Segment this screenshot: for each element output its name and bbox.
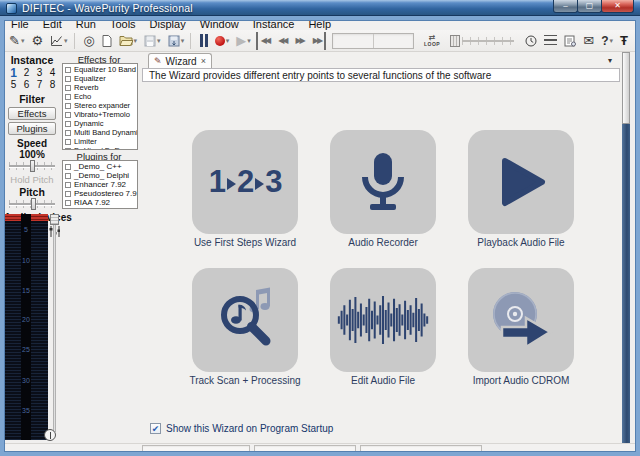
cd-button[interactable]: ◎: [81, 32, 96, 50]
settings-button[interactable]: ⚙: [29, 32, 45, 50]
scrollbar-thumb[interactable]: [622, 52, 630, 124]
checkbox[interactable]: [65, 85, 71, 91]
channel-bars-button[interactable]: [198, 32, 210, 50]
tab-wizard[interactable]: ✎ Wizard ×: [148, 53, 212, 68]
list-item[interactable]: Stereo expander: [65, 101, 137, 110]
skip-start-button[interactable]: ◀◀: [256, 32, 272, 50]
plugins-button[interactable]: Plugins: [8, 122, 56, 135]
meter-reset-knob[interactable]: [44, 429, 56, 441]
new-document-button[interactable]: [100, 32, 114, 50]
list-item[interactable]: RIAA 7.92: [65, 198, 137, 207]
instance-5[interactable]: 5: [7, 79, 20, 91]
hold-pitch-label: Hold Pitch: [4, 174, 60, 185]
checkbox[interactable]: [65, 191, 71, 197]
notes-button[interactable]: [562, 32, 578, 50]
checkbox[interactable]: [65, 173, 71, 179]
open-file-button[interactable]: ▾: [117, 32, 140, 50]
instance-3[interactable]: 3: [33, 67, 46, 79]
slider-thumb[interactable]: [450, 35, 460, 47]
instance-7[interactable]: 7: [33, 79, 46, 91]
instance-2[interactable]: 2: [20, 67, 33, 79]
checkbox[interactable]: [65, 112, 71, 118]
minimize-button[interactable]: –: [553, 0, 578, 13]
checkbox[interactable]: [65, 182, 71, 188]
checkbox[interactable]: [65, 103, 71, 109]
show-wizard-checkbox[interactable]: ✔: [150, 423, 161, 434]
track-scan-tile[interactable]: [192, 268, 298, 372]
list-item[interactable]: Echo: [65, 92, 137, 101]
checkbox[interactable]: [65, 121, 71, 127]
instance-8[interactable]: 8: [46, 79, 59, 91]
play-button[interactable]: ▶▾: [234, 32, 253, 50]
instance-1[interactable]: 1: [7, 67, 20, 79]
meter-gain-slider[interactable]: [50, 214, 59, 432]
effects-button[interactable]: Effects: [8, 107, 56, 120]
menu-display[interactable]: Display: [143, 18, 193, 30]
loop-button[interactable]: ⇄LOOP: [424, 35, 440, 47]
save-icon: [144, 35, 156, 47]
forward-button[interactable]: ▶▶: [292, 32, 306, 50]
pitch-slider[interactable]: [7, 198, 57, 210]
list-item[interactable]: Limiter: [65, 137, 137, 146]
slider-thumb[interactable]: [50, 214, 59, 225]
playback-audio-tile[interactable]: [468, 130, 574, 234]
list-item[interactable]: Enhancer 7.92: [65, 180, 137, 189]
list-item[interactable]: Pseudostereo 7.92: [65, 189, 137, 198]
audio-recorder-tile[interactable]: [330, 130, 436, 234]
send-mail-button[interactable]: ✉: [581, 32, 596, 50]
list-item[interactable]: Dynamic: [65, 119, 137, 128]
save-button[interactable]: ▾: [142, 32, 163, 50]
wand-tool-button[interactable]: ✎▾: [7, 32, 26, 50]
menu-window[interactable]: Window: [193, 18, 246, 30]
volume-slider[interactable]: [450, 34, 514, 48]
list-item[interactable]: Multi Band Dynamic: [65, 128, 137, 137]
list-item[interactable]: Vibrato+Tremolo: [65, 110, 137, 119]
menu-help[interactable]: Help: [301, 18, 338, 30]
checkbox[interactable]: [65, 67, 71, 73]
checkbox[interactable]: [65, 130, 71, 136]
instance-6[interactable]: 6: [20, 79, 33, 91]
list-item[interactable]: Equalizer 10 Band: [65, 65, 137, 74]
help-button[interactable]: ?▾: [599, 32, 615, 50]
list-item[interactable]: _Demo_ Delphi: [65, 171, 137, 180]
list-item[interactable]: DeHiss / DeEsser: [65, 146, 137, 150]
plugins-for-playback-list: _Demo_ C++ _Demo_ Delphi Enhancer 7.92 P…: [62, 160, 138, 209]
timer-button[interactable]: [523, 32, 539, 50]
menu-tools[interactable]: Tools: [103, 18, 143, 30]
speed-slider[interactable]: [7, 160, 57, 172]
tracklist-button[interactable]: [542, 32, 559, 50]
pin-toolbar-button[interactable]: Ŧ: [618, 32, 630, 50]
menu-run[interactable]: Run: [69, 18, 103, 30]
record-button[interactable]: ▾: [213, 32, 232, 50]
list-item[interactable]: Equalizer: [65, 74, 137, 83]
rewind-button[interactable]: ◀◀: [275, 32, 289, 50]
export-button[interactable]: ▾: [166, 32, 187, 50]
edit-audio-tile[interactable]: [330, 268, 436, 372]
menu-instance[interactable]: Instance: [246, 18, 302, 30]
checkbox[interactable]: [65, 200, 71, 206]
menu-file[interactable]: File: [4, 18, 36, 30]
first-steps-wizard-tile[interactable]: 123: [192, 130, 298, 234]
checkbox[interactable]: [65, 94, 71, 100]
slider-thumb[interactable]: [31, 198, 36, 210]
list-item[interactable]: Reverb: [65, 83, 137, 92]
list-item[interactable]: _Demo_ C++: [65, 162, 137, 171]
import-cdrom-tile[interactable]: [468, 268, 574, 372]
checkbox[interactable]: [65, 76, 71, 82]
tab-list-dropdown-icon[interactable]: ▾: [608, 56, 612, 65]
skip-end-button[interactable]: ▶▶: [310, 32, 326, 50]
chevron-down-icon: ▾: [21, 37, 25, 45]
chart-button[interactable]: ▾: [48, 32, 70, 50]
checkbox[interactable]: [65, 139, 71, 145]
position-value-2: [374, 34, 413, 48]
slider-thumb[interactable]: [30, 160, 35, 172]
instance-4[interactable]: 4: [46, 67, 59, 79]
close-button[interactable]: ✕: [601, 0, 634, 13]
checkbox[interactable]: [65, 164, 71, 170]
checkbox[interactable]: [65, 148, 71, 151]
maximize-button[interactable]: ▢: [577, 0, 602, 13]
menu-edit[interactable]: Edit: [36, 18, 69, 30]
tile-label: Use First Steps Wizard: [165, 237, 325, 248]
vertical-scrollbar[interactable]: [622, 52, 630, 443]
tab-close-icon[interactable]: ×: [201, 56, 206, 66]
